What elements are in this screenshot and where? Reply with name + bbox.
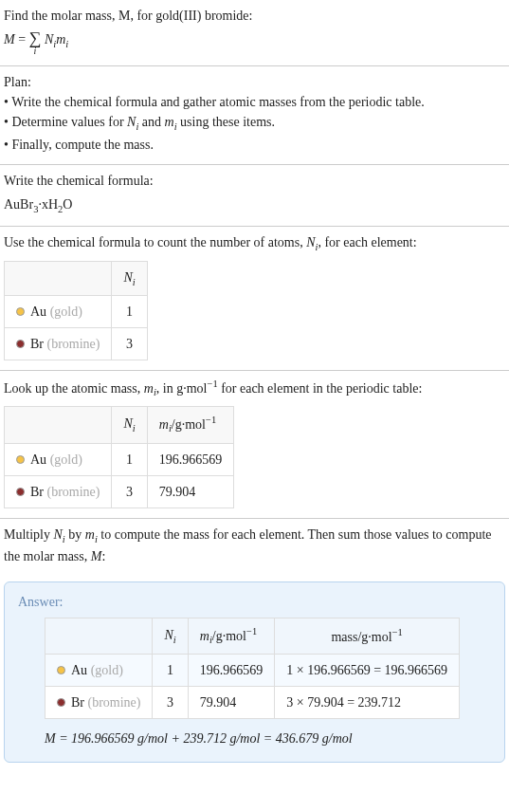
el-name: Br [30,337,44,351]
element-cell: Au (gold) [45,655,153,687]
mult-pre: Multiply [4,527,54,542]
el-label: (bromine) [47,337,100,351]
table-row: Au (gold) 1 [5,296,148,328]
el-label: (gold) [50,452,82,467]
el-label: (bromine) [88,695,141,710]
color-dot-au [16,307,25,316]
ni-header: Ni [153,618,188,655]
plan-section: Plan: • Write the chemical formula and g… [0,66,509,164]
element-cell: Br (bromine) [5,475,112,508]
color-dot-br [57,698,65,707]
multiply-title: Multiply Ni by mi to compute the mass fo… [4,525,505,567]
mi-header: mi/g·mol−1 [147,407,234,443]
el-label: (gold) [91,663,123,677]
mi-cell: 79.904 [188,687,275,719]
ni-cell: 1 [112,443,147,475]
count-title: Use the chemical formula to count the nu… [4,232,505,255]
answer-result-text: M = 196.966569 g/mol + 239.712 g/mol = 4… [45,731,353,746]
plan-bullet-1: • Write the chemical formula and gather … [4,92,505,112]
el-name: Br [71,695,84,710]
blank-header [45,618,153,655]
count-section: Use the chemical formula to count the nu… [0,227,509,370]
mass-cell: 3 × 79.904 = 239.712 [275,687,460,719]
mass-hdr-text: mass/g·mol [331,630,391,644]
blank-header [5,261,112,296]
el-label: (gold) [50,304,82,319]
intro-line1: Find the molar mass, M, for gold(III) br… [4,6,505,26]
table-header-row: Ni mi/g·mol−1 [5,407,234,443]
answer-box: Answer: Ni mi/g·mol−1 mass/g·mol−1 Au (g… [4,581,505,763]
element-cell: Br (bromine) [45,687,153,719]
mi-cell: 196.966569 [147,443,234,475]
color-dot-au [57,666,65,674]
count-table: Ni Au (gold) 1 Br (bromine) 3 [4,261,148,361]
plan-b2-post: using these items. [177,115,275,129]
lookup-title: Look up the atomic mass, mi, in g·mol−1 … [4,377,505,400]
lookup-title-pre: Look up the atomic mass, [4,381,144,396]
mult-post: : [101,549,105,563]
mass-header: mass/g·mol−1 [275,618,460,655]
ni-header: Ni [112,407,147,443]
lookup-title-post: for each element in the periodic table: [218,381,423,396]
element-cell: Au (gold) [5,296,112,328]
mass-cell: 1 × 196.966569 = 196.966569 [275,655,460,687]
element-cell: Br (bromine) [5,328,112,360]
ni-cell: 3 [112,475,147,508]
ni-cell: 3 [112,328,147,360]
table-header-row: Ni mi/g·mol−1 mass/g·mol−1 [45,618,460,655]
plan-title: Plan: [4,72,505,92]
table-row: Au (gold) 1 196.966569 1 × 196.966569 = … [45,655,460,687]
answer-result: M = 196.966569 g/mol + 239.712 g/mol = 4… [45,729,491,748]
intro-formula: M = ∑i Nimi [4,29,505,56]
table-row: Br (bromine) 3 79.904 [5,475,234,508]
plan-bullet-2: • Determine values for Ni and mi using t… [4,112,505,135]
element-cell: Au (gold) [5,443,112,475]
mi-cell: 79.904 [147,475,234,508]
lookup-section: Look up the atomic mass, mi, in g·mol−1 … [0,371,509,517]
mult-mid1: by [65,527,85,542]
table-row: Br (bromine) 3 79.904 3 × 79.904 = 239.7… [45,687,460,719]
count-title-pre: Use the chemical formula to count the nu… [4,235,306,249]
mi-header: mi/g·mol−1 [188,618,275,655]
formula-section: Write the chemical formula: AuBr3·xH2O [0,165,509,227]
table-row: Au (gold) 1 196.966569 [5,443,234,475]
lookup-title-mid: , in g·mol [156,381,208,396]
answer-table: Ni mi/g·mol−1 mass/g·mol−1 Au (gold) 1 1… [45,618,460,719]
color-dot-au [16,455,25,464]
plan-bullet-3: • Finally, compute the mass. [4,135,505,155]
answer-inner: Ni mi/g·mol−1 mass/g·mol−1 Au (gold) 1 1… [18,618,491,748]
ni-header: Ni [112,261,147,296]
ni-cell: 3 [153,687,188,719]
intro-text: Find the molar mass, M, for gold(III) br… [4,9,252,23]
el-name: Au [30,452,46,467]
mi-cell: 196.966569 [188,655,275,687]
chemical-formula: AuBr3·xH2O [4,194,505,217]
plan-b2-pre: • Determine values for [4,115,127,129]
multiply-section: Multiply Ni by mi to compute the mass fo… [0,519,509,577]
formula-title: Write the chemical formula: [4,171,505,191]
el-name: Br [30,485,44,499]
el-label: (bromine) [47,485,100,499]
intro-section: Find the molar mass, M, for gold(III) br… [0,0,509,65]
ni-cell: 1 [112,296,147,328]
answer-label: Answer: [18,592,491,612]
lookup-table: Ni mi/g·mol−1 Au (gold) 1 196.966569 Br … [4,406,234,508]
color-dot-br [16,340,25,348]
count-title-post: , for each element: [318,235,416,249]
el-name: Au [30,304,46,319]
ni-cell: 1 [153,655,188,687]
table-header-row: Ni [5,261,148,296]
blank-header [5,407,112,443]
el-name: Au [71,663,87,677]
color-dot-br [16,488,25,496]
plan-b2-mid: and [138,115,164,129]
table-row: Br (bromine) 3 [5,328,148,360]
